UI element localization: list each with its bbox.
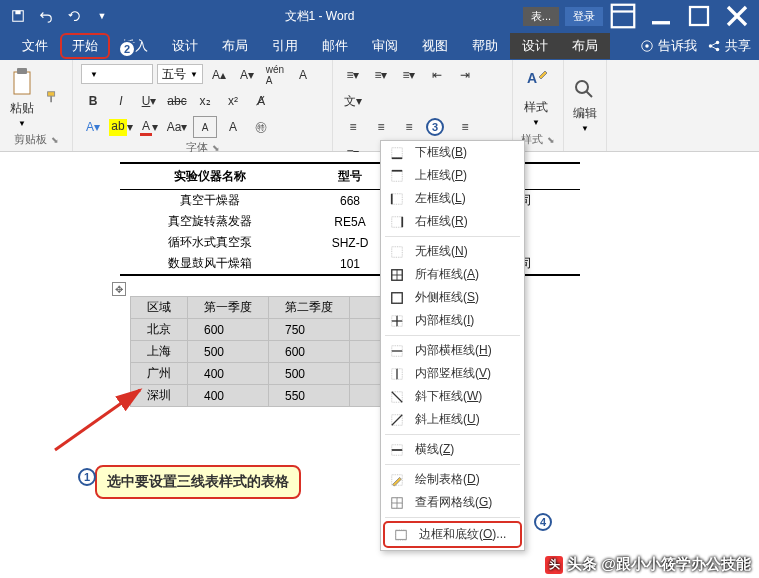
share-button[interactable]: 共享 (707, 37, 751, 55)
shrink-font-icon[interactable]: A▾ (235, 64, 259, 86)
editing-button[interactable]: 编辑 ▼ (572, 77, 598, 133)
decrease-indent-icon[interactable]: ⇤ (425, 64, 449, 86)
menu-item-diag_down[interactable]: 斜下框线(W) (381, 385, 524, 408)
distribute-icon[interactable]: ≡ (453, 116, 477, 138)
menu-item-bottom[interactable]: 下框线(B) (381, 141, 524, 164)
menu-item-top[interactable]: 上框线(P) (381, 164, 524, 187)
tab-review[interactable]: 审阅 (360, 33, 410, 59)
svg-rect-16 (17, 68, 27, 74)
highlight-icon[interactable]: ab▾ (109, 116, 133, 138)
group-clipboard: 粘贴 ▼ 剪贴板⬊ (0, 60, 73, 151)
minimize-icon[interactable] (643, 2, 679, 30)
svg-rect-24 (392, 147, 403, 158)
badge-2: 2 (118, 40, 136, 58)
enclose-char-icon[interactable]: ㊕ (249, 116, 273, 138)
menu-item-outside[interactable]: 外侧框线(S) (381, 286, 524, 309)
increase-indent-icon[interactable]: ⇥ (453, 64, 477, 86)
change-case-icon[interactable]: Aa▾ (165, 116, 189, 138)
svg-line-14 (711, 46, 718, 50)
menu-item-left[interactable]: 左框线(L) (381, 187, 524, 210)
menu-item-dialog[interactable]: 边框和底纹(O)... (383, 521, 522, 548)
underline-icon[interactable]: U▾ (137, 90, 161, 112)
italic-icon[interactable]: I (109, 90, 133, 112)
watermark: 头 头条 @跟小小筱学办公技能 (545, 555, 751, 574)
strike-icon[interactable]: abc (165, 90, 189, 112)
window-title: 文档1 - Word (116, 8, 523, 25)
asian-layout-icon[interactable]: 文▾ (341, 90, 365, 112)
group-font: ▼ 五号▼ A▴ A▾ wénA A B I U▾ abc x₂ x² A̸ (73, 60, 333, 151)
menu-item-none[interactable]: 无框线(N) (381, 240, 524, 263)
tab-help[interactable]: 帮助 (460, 33, 510, 59)
menu-item-inside_v[interactable]: 内部竖框线(V) (381, 362, 524, 385)
font-launcher-icon[interactable]: ⬊ (212, 143, 220, 153)
clear-format-icon[interactable]: A̸ (249, 90, 273, 112)
svg-rect-2 (612, 5, 635, 28)
bold-icon[interactable]: B (81, 90, 105, 112)
tab-view[interactable]: 视图 (410, 33, 460, 59)
font-name-combo[interactable]: ▼ (81, 64, 153, 84)
menu-item-inside_h[interactable]: 内部横框线(H) (381, 339, 524, 362)
border-inside_v-icon (389, 366, 405, 382)
multilevel-icon[interactable]: ≡▾ (397, 64, 421, 86)
border-draw-icon (389, 472, 405, 488)
save-icon[interactable] (4, 2, 32, 30)
bullets-icon[interactable]: ≡▾ (341, 64, 365, 86)
svg-line-59 (55, 390, 140, 450)
tell-me-icon[interactable]: 告诉我 (640, 37, 697, 55)
subscript-icon[interactable]: x₂ (193, 90, 217, 112)
svg-rect-28 (392, 193, 403, 204)
border-none-icon (389, 244, 405, 260)
qat-customize-icon[interactable]: ▼ (88, 2, 116, 30)
border-outside-icon (389, 290, 405, 306)
superscript-icon[interactable]: x² (221, 90, 245, 112)
tab-ctx-design[interactable]: 设计 (510, 33, 560, 59)
align-left-icon[interactable]: ≡ (341, 116, 365, 138)
menu-item-draw[interactable]: 绘制表格(D) (381, 468, 524, 491)
char-border-icon[interactable]: A (291, 64, 315, 86)
paste-button[interactable]: 粘贴 ▼ (8, 66, 36, 128)
menu-item-right[interactable]: 右框线(R) (381, 210, 524, 233)
menu-item-hline[interactable]: 横线(Z) (381, 438, 524, 461)
tab-design[interactable]: 设计 (160, 33, 210, 59)
border-hline-icon (389, 442, 405, 458)
menu-item-inside[interactable]: 内部框线(I) (381, 309, 524, 332)
table-move-handle-icon[interactable]: ✥ (112, 282, 126, 296)
tab-layout[interactable]: 布局 (210, 33, 260, 59)
font-size-combo[interactable]: 五号▼ (157, 64, 203, 84)
tab-home[interactable]: 开始 (60, 33, 110, 59)
menu-item-all[interactable]: 所有框线(A) (381, 263, 524, 286)
align-center-icon[interactable]: ≡ (369, 116, 393, 138)
phonetic-icon[interactable]: wénA (263, 64, 287, 86)
styles-button[interactable]: A 样式 ▼ (521, 67, 551, 127)
grow-font-icon[interactable]: A▴ (207, 64, 231, 86)
clipboard-launcher-icon[interactable]: ⬊ (51, 135, 59, 145)
svg-rect-17 (48, 92, 55, 96)
tab-references[interactable]: 引用 (260, 33, 310, 59)
styles-launcher-icon[interactable]: ⬊ (547, 135, 555, 145)
borders-menu: 下框线(B)上框线(P)左框线(L)右框线(R)无框线(N)所有框线(A)外侧框… (380, 140, 525, 551)
tab-ctx-layout[interactable]: 布局 (560, 33, 610, 59)
align-right-icon[interactable]: ≡ (397, 116, 421, 138)
border-bottom-icon (389, 145, 405, 161)
maximize-icon[interactable] (681, 2, 717, 30)
tab-mailings[interactable]: 邮件 (310, 33, 360, 59)
menu-item-grid[interactable]: 查看网格线(G) (381, 491, 524, 514)
undo-icon[interactable] (32, 2, 60, 30)
menu-item-diag_up[interactable]: 斜上框线(U) (381, 408, 524, 431)
svg-rect-18 (50, 96, 52, 102)
badge-1: 1 (78, 468, 96, 486)
svg-line-23 (586, 91, 592, 97)
numbering-icon[interactable]: ≡▾ (369, 64, 393, 86)
format-painter-icon[interactable] (40, 86, 64, 108)
text-effects-icon[interactable]: A▾ (81, 116, 105, 138)
redo-icon[interactable] (60, 2, 88, 30)
close-icon[interactable] (719, 2, 755, 30)
svg-rect-58 (396, 530, 407, 539)
char-scale-icon[interactable]: A (193, 116, 217, 138)
ribbon-display-icon[interactable] (605, 2, 641, 30)
font-color-icon[interactable]: A▾ (137, 116, 161, 138)
tab-file[interactable]: 文件 (10, 33, 60, 59)
login-button[interactable]: 登录 (565, 7, 603, 26)
char-shading-icon[interactable]: A (221, 116, 245, 138)
svg-rect-1 (15, 11, 20, 15)
